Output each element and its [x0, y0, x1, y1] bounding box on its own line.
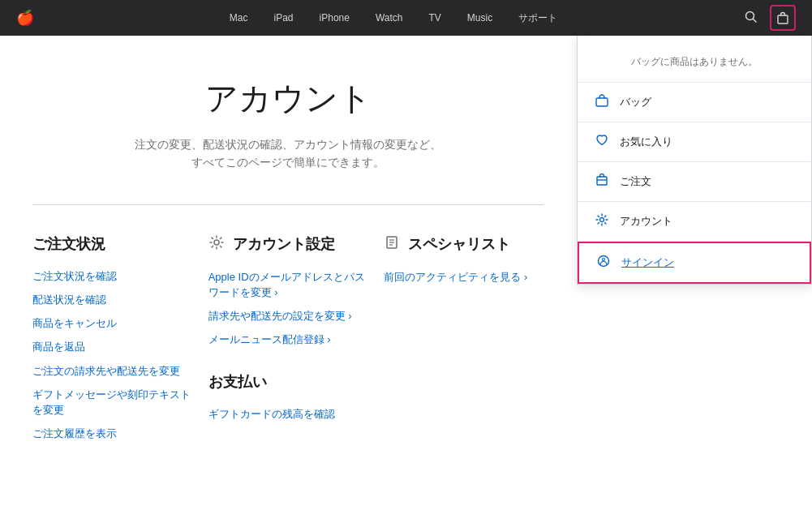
change-gift-link[interactable]: ギフトメッセージや刻印テキストを変更 [32, 388, 191, 416]
list-item: ご注文履歴を表示 [32, 426, 192, 441]
change-address-link[interactable]: ご注文の請求先や配送先を変更 [32, 365, 180, 377]
svg-rect-4 [597, 177, 607, 185]
page-title: アカウント [32, 76, 543, 121]
cancel-order-link[interactable]: 商品をキャンセル [32, 317, 117, 329]
list-item: メールニュース配信登録 › [208, 332, 368, 347]
return-order-link[interactable]: 商品を返品 [32, 341, 85, 353]
list-item: ご注文の請求先や配送先を変更 [32, 363, 192, 379]
dropdown-bag-item[interactable]: バッグ [578, 83, 811, 122]
dropdown-favorites-label: お気に入り [620, 135, 672, 149]
list-item: 前回のアクティビティを見る › [384, 269, 543, 285]
specialist-icon [384, 234, 400, 255]
nav-item-tv[interactable]: TV [415, 0, 453, 36]
delivery-status-link[interactable]: 配送状況を確認 [32, 293, 106, 306]
newsletter-link[interactable]: メールニュース配信登録 › [208, 333, 331, 345]
bag-dropdown: バッグに商品はありません。 バッグ お気に入り [577, 36, 812, 285]
nav-item-iphone[interactable]: iPhone [307, 0, 363, 36]
orders-section-title: ご注文状況 [32, 234, 192, 254]
list-item: ギフトメッセージや刻印テキストを変更 [32, 387, 192, 418]
main-content: アカウント 注文の変更、配送状況の確認、アカウント情報の変更など、 すべてこのペ… [0, 36, 576, 473]
dropdown-bag-label: バッグ [620, 95, 651, 109]
dropdown-signin-item[interactable]: サインイン [578, 242, 811, 284]
nav-menu: Mac iPad iPhone Watch TV Music サポート [42, 0, 745, 36]
dropdown-orders-link[interactable]: ご注文 [578, 162, 811, 201]
dropdown-bag-link[interactable]: バッグ [578, 83, 811, 122]
list-item: ギフトカードの残高を確認 [208, 406, 368, 422]
dropdown-account-label: アカウント [620, 214, 672, 229]
dropdown-favorites-link[interactable]: お気に入り [578, 122, 811, 161]
orders-links: ご注文状況を確認 配送状況を確認 商品をキャンセル 商品を返品 ご注文の請求先や… [32, 268, 192, 442]
nav-item-mac[interactable]: Mac [217, 0, 261, 36]
svg-point-9 [214, 240, 219, 245]
billing-address-link[interactable]: 請求先や配送先の設定を変更 › [208, 310, 352, 322]
svg-line-1 [754, 19, 757, 22]
bag-menu-icon [594, 94, 610, 110]
box-icon [594, 174, 610, 190]
svg-point-8 [603, 259, 605, 261]
search-icon[interactable] [745, 11, 757, 26]
payment-subsection: お支払い ギフトカードの残高を確認 [208, 372, 368, 422]
nav-actions [745, 5, 796, 31]
list-item: ご注文状況を確認 [32, 268, 192, 284]
account-links: Apple IDのメールアドレスとパスワードを変更 › 請求先や配送先の設定を変… [208, 269, 368, 348]
bag-icon[interactable] [770, 5, 796, 31]
list-item: 配送状況を確認 [32, 292, 192, 307]
dropdown-signin-label: サインイン [621, 255, 674, 270]
dropdown-orders-label: ご注文 [620, 174, 651, 189]
navbar: 🍎 Mac iPad iPhone Watch TV Music サポート [0, 0, 812, 36]
specialist-section-title: スペシャリスト [384, 234, 543, 255]
dropdown-menu: バッグ お気に入り [578, 83, 811, 284]
svg-rect-3 [596, 98, 608, 106]
section-divider [32, 204, 543, 205]
apple-id-link[interactable]: Apple IDのメールアドレスとパスワードを変更 › [208, 271, 365, 298]
dropdown-signin-link[interactable]: サインイン [579, 243, 810, 282]
payment-links: ギフトカードの残高を確認 [208, 406, 368, 422]
nav-item-music[interactable]: Music [454, 0, 505, 36]
payment-section-title: お支払い [208, 372, 368, 392]
list-item: 商品を返品 [32, 339, 192, 354]
specialist-links: 前回のアクティビティを見る › [384, 269, 543, 285]
settings-icon [208, 234, 225, 255]
sections-grid: ご注文状況 ご注文状況を確認 配送状況を確認 商品をキャンセル 商品を返品 ご注… [32, 234, 543, 442]
gear-icon [594, 213, 610, 229]
heart-icon [594, 134, 610, 150]
dropdown-account-item[interactable]: アカウント [578, 202, 811, 242]
apple-logo-icon[interactable]: 🍎 [16, 9, 34, 27]
order-status-link[interactable]: ご注文状況を確認 [32, 270, 117, 282]
nav-item-ipad[interactable]: iPad [261, 0, 307, 36]
list-item: 商品をキャンセル [32, 315, 192, 331]
nav-item-support[interactable]: サポート [505, 0, 570, 36]
dropdown-orders-item[interactable]: ご注文 [578, 162, 811, 202]
activity-link[interactable]: 前回のアクティビティを見る › [384, 271, 527, 283]
order-history-link[interactable]: ご注文履歴を表示 [32, 427, 117, 439]
specialist-section: スペシャリスト 前回のアクティビティを見る › [384, 234, 543, 442]
account-section: アカウント設定 Apple IDのメールアドレスとパスワードを変更 › 請求先や… [208, 234, 368, 442]
orders-section: ご注文状況 ご注文状況を確認 配送状況を確認 商品をキャンセル 商品を返品 ご注… [32, 234, 192, 442]
svg-rect-2 [778, 15, 788, 24]
account-section-title: アカウント設定 [208, 234, 368, 255]
gift-card-link[interactable]: ギフトカードの残高を確認 [208, 408, 335, 420]
nav-item-watch[interactable]: Watch [363, 0, 416, 36]
svg-point-6 [600, 218, 604, 222]
dropdown-account-link[interactable]: アカウント [578, 202, 811, 241]
signin-icon [595, 255, 612, 271]
page-subtitle: 注文の変更、配送状況の確認、アカウント情報の変更など、 すべてこのページで簡単に… [32, 135, 543, 172]
dropdown-favorites-item[interactable]: お気に入り [578, 122, 811, 162]
list-item: 請求先や配送先の設定を変更 › [208, 308, 368, 323]
bag-empty-message: バッグに商品はありません。 [578, 36, 811, 83]
list-item: Apple IDのメールアドレスとパスワードを変更 › [208, 269, 368, 300]
